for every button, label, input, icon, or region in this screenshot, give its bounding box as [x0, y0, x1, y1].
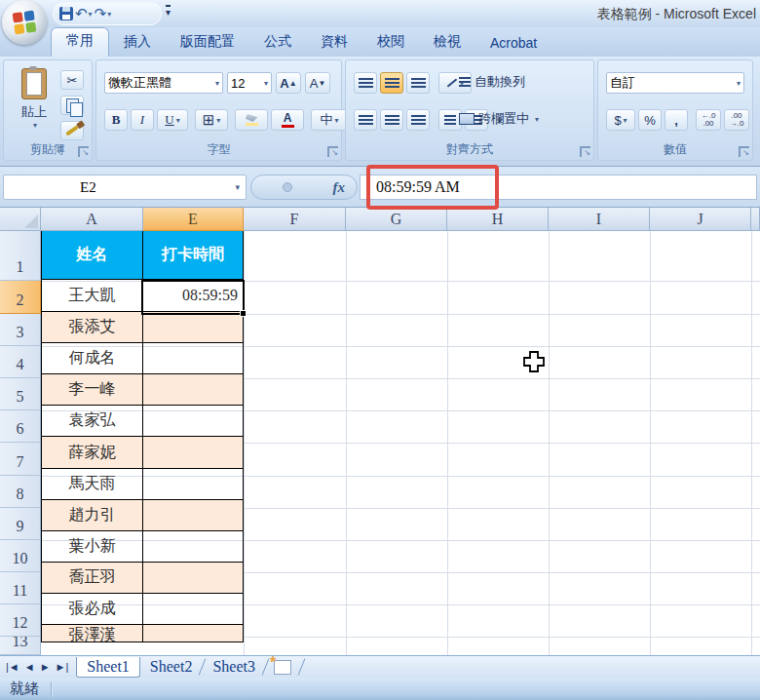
active-cell-selection[interactable]	[141, 280, 245, 315]
column-header-g[interactable]: G	[346, 208, 447, 231]
cell-name-2[interactable]: 王大凱	[41, 279, 143, 312]
customize-qat-button[interactable]: ▾	[166, 5, 171, 18]
undo-button[interactable]: ↶▾	[75, 5, 93, 22]
cut-button[interactable]: ✂	[60, 70, 84, 90]
row-header-6[interactable]: 6	[0, 410, 41, 443]
cell-name-10[interactable]: 葉小新	[41, 530, 143, 563]
cell-grid[interactable]: 姓名 打卡時間 王大凱 08:59:59 張添艾 何成名 李一峰 袁家弘	[41, 231, 760, 655]
row-header-2[interactable]: 2	[0, 281, 41, 314]
grow-font-button[interactable]: A▲	[276, 72, 301, 94]
number-dialog-launcher[interactable]: ↘	[739, 146, 749, 157]
font-dialog-launcher[interactable]: ↘	[327, 146, 338, 157]
row-header-13[interactable]: 13	[0, 637, 41, 655]
number-format-combo[interactable]: 自訂 ▾	[606, 72, 744, 94]
tab-insert[interactable]: 插入	[109, 28, 166, 57]
tab-acrobat[interactable]: Acrobat	[475, 30, 551, 57]
sheet-tab-sheet1[interactable]: Sheet1	[76, 657, 140, 678]
splitter-handle[interactable]	[283, 182, 292, 192]
cell-time-10[interactable]	[142, 530, 244, 563]
currency-dropdown-icon[interactable]: ▾	[624, 116, 627, 125]
cell-name-8[interactable]: 馬天雨	[41, 468, 143, 500]
font-name-combo[interactable]: 微軟正黑體 ▾	[104, 72, 223, 94]
name-box[interactable]: E2 ▾	[3, 175, 247, 200]
cell-e1[interactable]: 打卡時間	[142, 231, 244, 280]
bold-button[interactable]: B	[104, 109, 128, 131]
name-box-dropdown-icon[interactable]: ▾	[235, 182, 240, 192]
align-bottom-button[interactable]	[406, 72, 430, 94]
cell-name-12[interactable]: 張必成	[41, 593, 143, 625]
tab-data[interactable]: 資料	[306, 28, 362, 57]
merge-center-button[interactable]: 跨欄置中 ▾	[459, 110, 539, 128]
alignment-dialog-launcher[interactable]: ↘	[580, 146, 590, 157]
row-header-11[interactable]: 11	[0, 572, 41, 604]
row-header-8[interactable]: 8	[0, 476, 41, 508]
number-format-dropdown-icon[interactable]: ▾	[737, 79, 741, 88]
cell-time-7[interactable]	[142, 436, 244, 469]
cell-time-4[interactable]	[142, 342, 244, 374]
redo-dropdown-icon[interactable]: ▾	[107, 10, 111, 19]
select-all-corner[interactable]	[0, 208, 41, 231]
shrink-font-button[interactable]: A▼	[305, 72, 330, 94]
column-header-h[interactable]: H	[447, 208, 549, 231]
column-header-a[interactable]: A	[41, 208, 143, 231]
redo-button[interactable]: ↷▾	[95, 5, 112, 22]
comma-button[interactable]: ,	[665, 109, 688, 131]
previous-sheet-button[interactable]: ◄	[24, 661, 35, 673]
underline-button[interactable]: U▾	[157, 109, 188, 131]
currency-button[interactable]: $▾	[606, 109, 635, 131]
phonetic-dropdown-icon[interactable]: ▾	[334, 116, 338, 125]
undo-dropdown-icon[interactable]: ▾	[89, 10, 93, 19]
row-header-1[interactable]: 1	[0, 231, 41, 281]
cell-name-4[interactable]: 何成名	[41, 342, 143, 374]
cell-time-11[interactable]	[142, 562, 244, 594]
next-sheet-button[interactable]: ►	[40, 661, 51, 673]
font-size-combo[interactable]: 12 ▾	[227, 72, 272, 94]
align-right-button[interactable]	[406, 109, 430, 131]
copy-button[interactable]	[60, 96, 84, 115]
align-top-button[interactable]	[354, 72, 377, 94]
cell-time-6[interactable]	[142, 405, 244, 437]
cell-a1[interactable]: 姓名	[41, 231, 143, 280]
row-header-10[interactable]: 10	[0, 540, 41, 572]
font-name-dropdown-icon[interactable]: ▾	[215, 79, 219, 88]
underline-dropdown-icon[interactable]: ▾	[176, 116, 180, 125]
column-header-f[interactable]: F	[244, 208, 346, 231]
tab-review[interactable]: 校閱	[362, 28, 419, 57]
cell-time-8[interactable]	[142, 468, 244, 500]
save-button[interactable]	[59, 7, 73, 20]
italic-button[interactable]: I	[131, 109, 154, 131]
decrease-decimal-button[interactable]: .00→.0	[724, 109, 749, 131]
last-sheet-button[interactable]: ►|	[56, 661, 69, 673]
cell-time-13[interactable]	[142, 624, 244, 642]
merge-center-dropdown-icon[interactable]: ▾	[535, 115, 539, 124]
column-header-i[interactable]: I	[549, 208, 650, 231]
column-header-j[interactable]: J	[650, 208, 751, 231]
fill-color-button[interactable]	[235, 109, 268, 131]
cell-time-9[interactable]	[142, 499, 244, 531]
insert-function-button[interactable]: fx	[333, 179, 346, 196]
align-center-button[interactable]	[380, 109, 403, 131]
cell-time-3[interactable]	[142, 311, 244, 343]
format-painter-button[interactable]	[60, 121, 84, 140]
borders-button[interactable]: ⊞▾	[195, 109, 228, 131]
sheet-tab-sheet2[interactable]: Sheet2	[140, 657, 203, 678]
wrap-text-button[interactable]: 自動換列	[459, 73, 525, 91]
tab-view[interactable]: 檢視	[419, 28, 475, 57]
paste-button[interactable]: 貼上 ▾	[12, 68, 57, 140]
cell-time-5[interactable]	[142, 373, 244, 406]
increase-decimal-button[interactable]: ←.0.00	[696, 109, 721, 131]
first-sheet-button[interactable]: |◄	[6, 661, 19, 673]
clipboard-dialog-launcher[interactable]: ↘	[78, 146, 89, 157]
cell-name-11[interactable]: 喬正羽	[41, 562, 143, 594]
borders-dropdown-icon[interactable]: ▾	[216, 116, 220, 125]
tab-home[interactable]: 常用	[51, 27, 109, 57]
cell-name-13[interactable]: 張澤漢	[41, 624, 143, 642]
row-header-3[interactable]: 3	[0, 314, 41, 346]
align-middle-button[interactable]	[380, 72, 403, 94]
cell-name-3[interactable]: 張添艾	[41, 311, 143, 343]
cell-name-5[interactable]: 李一峰	[41, 373, 143, 406]
percent-button[interactable]: %	[638, 109, 662, 131]
font-color-button[interactable]: A	[271, 109, 304, 131]
column-header-e[interactable]: E	[143, 208, 244, 231]
cell-name-6[interactable]: 袁家弘	[41, 405, 143, 437]
